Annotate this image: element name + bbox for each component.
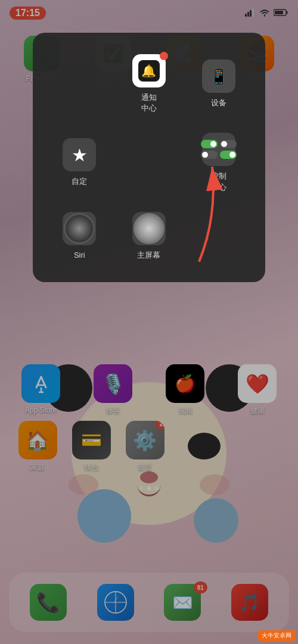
device-icon: 📱 — [202, 60, 235, 93]
star-icon: ★ — [72, 145, 88, 165]
toggle-on — [201, 140, 218, 148]
device-label: 设备 — [211, 98, 226, 108]
device-icon-symbol: 📱 — [209, 67, 228, 86]
customize-label: 自定 — [72, 176, 87, 187]
menu-item-device[interactable]: 📱 设备 — [184, 45, 253, 123]
home-ball — [134, 213, 164, 244]
home-screen-label: 主屏幕 — [137, 250, 160, 261]
arrow-indicator — [182, 155, 229, 276]
watermark-text: 火牛安卓网 — [262, 632, 291, 639]
context-menu: 通知中心 📱 设备 ★ 自定 — [33, 33, 265, 282]
menu-item-notification-center[interactable]: 通知中心 — [114, 45, 184, 123]
notification-bell — [138, 60, 160, 82]
notification-center-icon — [132, 54, 166, 87]
menu-item-siri[interactable]: Siri — [45, 202, 114, 270]
customize-icon: ★ — [63, 138, 96, 171]
toggle-off — [220, 140, 237, 148]
home-screen-icon — [132, 212, 166, 245]
siri-icon — [63, 212, 96, 245]
menu-item-customize[interactable]: ★ 自定 — [45, 123, 114, 202]
siri-label: Siri — [74, 250, 85, 261]
notification-center-label: 通知中心 — [141, 92, 157, 114]
siri-ball — [64, 213, 95, 244]
watermark: 火牛安卓网 — [258, 630, 295, 641]
